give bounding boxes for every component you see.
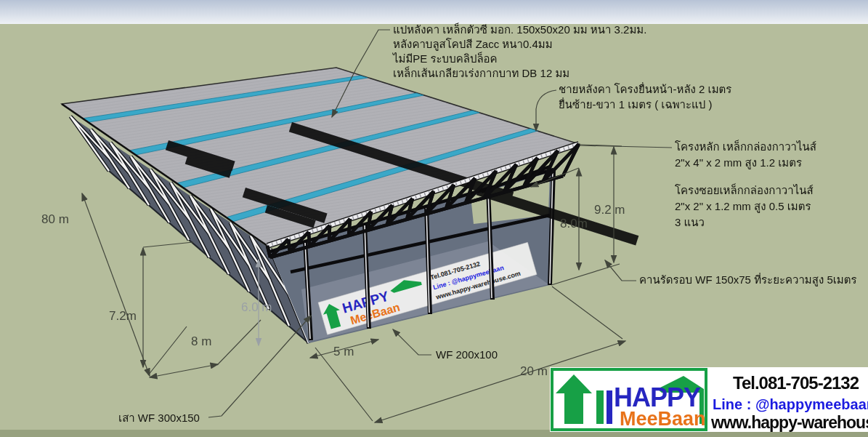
sky-band xyxy=(0,0,868,24)
roof-spec-note-line4: เหล็กเส้นเกลียวเร่งกากบาท DB 12 มม xyxy=(393,66,569,79)
logo-blue-bar xyxy=(607,390,612,424)
phone-number: Tel.081-705-2132 xyxy=(733,373,859,393)
main-frame-note-line1: โครงหลัก เหล็กกล่องกาวาไนส์ xyxy=(675,140,816,153)
ring-beam-note: คานรัดรอบ WF 150x75 ที่ระยะความสูง 5เมตร xyxy=(639,272,857,286)
website-url: www.happy-warehouse.com xyxy=(710,413,868,432)
front-beam-note: WF 200x100 xyxy=(436,348,498,361)
dim-eave-height-right: 8.0m xyxy=(560,217,588,230)
dim-clear-height: 6.0 m xyxy=(241,300,272,314)
roof-spec-note-line2: หลังคาบลูสโคปสี Zacc หนา0.4มม xyxy=(393,38,553,51)
line-id: Line : @happymeebaan xyxy=(713,396,868,412)
sub-frame-note-line2: 2"x 2" x 1.2 mm สูง 0.5 เมตร xyxy=(675,200,811,213)
dim-length-80m: 80 m xyxy=(41,212,69,226)
eave-note-line1: ชายหลังคา โครงยื่นหน้า-หลัง 2 เมตร xyxy=(559,81,731,95)
dim-side-bay: 8 m xyxy=(191,334,211,348)
dim-eave-height-left: 7.2m xyxy=(109,309,137,323)
warehouse-drawing-canvas: HAPPY MeeBaan Tel.081-705-2132 Line : @h… xyxy=(0,0,868,437)
sub-frame-note-line3: 3 แนว xyxy=(675,216,705,228)
logo-green-bar xyxy=(596,390,604,424)
eave-note-line2: ยื่นซ้าย-ขวา 1 เมตร ( เฉพาะแป ) xyxy=(559,97,713,111)
contact-info: Tel.081-705-2132 Line : @happymeebaan ww… xyxy=(710,373,868,432)
dim-front-bay: 5 m xyxy=(333,345,354,358)
dim-width-20m: 20 m xyxy=(520,364,548,378)
roof-spec-note-line3: ไม่มีPE ระบบคลิปล็อค xyxy=(392,52,498,65)
roof-spec-note-line1: แปหลังคา เหล็กตัวซี มอก. 150x50x20 มม หน… xyxy=(393,23,646,36)
warehouse-3d-drawing: HAPPY MeeBaan Tel.081-705-2132 Line : @h… xyxy=(0,0,868,437)
sub-frame-note-line1: โครงซอยเหล็กกล่องกาวาไนส์ xyxy=(675,183,814,196)
column-note: เสา WF 300x150 xyxy=(118,412,200,424)
logo-text-meebaan: MeeBaan xyxy=(620,408,706,430)
main-frame-note-line2: 2"x 4" x 2 mm สูง 1.2 เมตร xyxy=(675,156,802,169)
branding-panel: HAPPY MeeBaan Tel.081-705-2132 Line : @h… xyxy=(550,367,868,432)
dim-ridge-height: 9.2 m xyxy=(594,203,625,217)
happy-meebaan-logo: HAPPY MeeBaan xyxy=(552,369,706,430)
